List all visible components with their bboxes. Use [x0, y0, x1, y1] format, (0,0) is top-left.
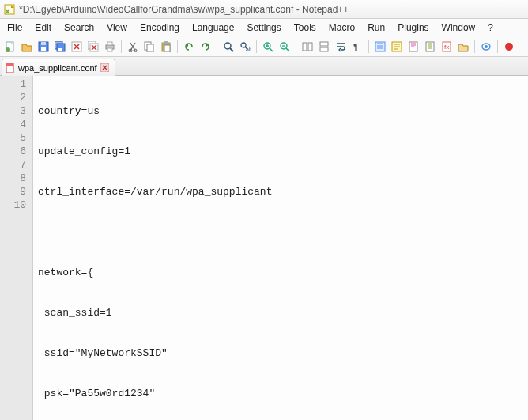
menu-file-label: ile: [13, 22, 22, 33]
tab-label: wpa_supplicant.conf: [18, 63, 97, 73]
toolbar-sep: [474, 40, 475, 53]
doc-map-icon[interactable]: [406, 40, 421, 54]
folder-workspace-icon[interactable]: [456, 40, 470, 54]
menu-macro[interactable]: Macro: [323, 21, 360, 35]
sync-h-icon[interactable]: [317, 40, 331, 54]
undo-icon[interactable]: [182, 40, 196, 54]
code-line: scan_ssid=1: [38, 306, 528, 320]
zoom-in-icon[interactable]: [261, 40, 275, 54]
toolbar-sep: [296, 40, 296, 53]
svg-rect-29: [320, 42, 328, 46]
svg-point-22: [224, 43, 231, 49]
code-area[interactable]: country=us update_config=1 ctrl_interfac…: [33, 76, 528, 420]
save-icon[interactable]: [36, 40, 51, 54]
svg-rect-21: [164, 45, 170, 52]
toolbar-sep: [121, 40, 122, 53]
menu-tools[interactable]: Tools: [289, 21, 322, 35]
code-line: country=us: [38, 104, 528, 118]
line-number: 4: [0, 118, 26, 131]
function-list-icon[interactable]: fx: [439, 40, 454, 54]
redo-icon[interactable]: [198, 40, 213, 54]
svg-rect-27: [303, 43, 307, 51]
udl-icon[interactable]: [390, 40, 404, 54]
svg-rect-42: [6, 63, 13, 66]
wrap-icon[interactable]: [334, 40, 348, 54]
menu-search[interactable]: Search: [58, 21, 100, 35]
code-line: update_config=1: [38, 145, 528, 158]
tab-wpa-supplicant[interactable]: wpa_supplicant.conf: [2, 59, 115, 76]
toolbar: ab ¶ fx: [0, 36, 528, 57]
sync-v-icon[interactable]: [300, 40, 315, 54]
svg-text:¶: ¶: [353, 42, 358, 51]
code-line: ssid="MyNetworkSSID": [38, 346, 528, 360]
toolbar-sep: [368, 40, 369, 53]
svg-rect-30: [320, 47, 328, 51]
doc-list-icon[interactable]: [423, 40, 437, 54]
menu-help[interactable]: ?: [482, 21, 499, 35]
line-number: 5: [0, 131, 26, 145]
monitor-icon[interactable]: [479, 40, 493, 54]
copy-icon[interactable]: [142, 40, 157, 54]
title-bar: *D:\Egyeb\Arduino\VideoCallforGrandma\sw…: [0, 0, 528, 19]
toolbar-sep: [217, 40, 217, 53]
toolbar-sep: [497, 40, 498, 53]
line-number: 10: [0, 199, 26, 212]
svg-rect-28: [308, 43, 312, 51]
line-number: 3: [0, 104, 26, 118]
replace-icon[interactable]: ab: [238, 40, 252, 54]
cut-icon[interactable]: [126, 40, 140, 54]
svg-rect-8: [58, 48, 62, 51]
svg-rect-18: [147, 44, 153, 52]
close-all-icon[interactable]: [86, 40, 100, 54]
code-line: psk="Pa55w0rd1234": [38, 387, 528, 400]
menu-plugins[interactable]: Plugins: [392, 21, 434, 35]
code-line: ctrl_interface=/var/run/wpa_supplicant: [38, 185, 528, 199]
svg-rect-14: [107, 48, 112, 51]
file-modified-icon: [6, 63, 15, 73]
svg-text:ab: ab: [246, 47, 251, 52]
indent-guide-icon[interactable]: [373, 40, 387, 54]
menu-bar: File Edit Search View Encoding Language …: [0, 19, 528, 36]
svg-point-39: [485, 45, 488, 48]
menu-language[interactable]: Language: [187, 21, 239, 35]
svg-rect-20: [164, 41, 168, 44]
print-icon[interactable]: [103, 40, 117, 54]
close-file-icon[interactable]: [70, 40, 84, 54]
line-number: 7: [0, 158, 26, 172]
code-line: network={: [38, 266, 528, 279]
line-number-gutter: 1 2 3 4 5 6 7 8 9 10: [0, 76, 33, 420]
tab-bar: wpa_supplicant.conf: [0, 57, 528, 76]
open-file-icon[interactable]: [20, 40, 34, 54]
toolbar-sep: [256, 40, 257, 53]
tab-close-icon[interactable]: [100, 63, 110, 73]
find-icon[interactable]: [221, 40, 236, 54]
menu-encoding[interactable]: Encoding: [134, 21, 185, 35]
line-number: 8: [0, 172, 26, 185]
editor-area: 1 2 3 4 5 6 7 8 9 10 country=us update_c…: [0, 76, 528, 420]
paste-icon[interactable]: [159, 40, 173, 54]
svg-rect-0: [5, 5, 14, 14]
svg-point-2: [6, 47, 10, 52]
svg-rect-4: [41, 47, 46, 51]
menu-settings[interactable]: Settings: [241, 21, 286, 35]
line-number: 9: [0, 185, 26, 199]
menu-run[interactable]: Run: [362, 21, 390, 35]
toolbar-sep: [177, 40, 178, 53]
menu-view[interactable]: View: [101, 21, 133, 35]
menu-edit[interactable]: Edit: [29, 21, 57, 35]
menu-file[interactable]: File: [2, 21, 28, 35]
svg-rect-13: [107, 42, 112, 45]
menu-window[interactable]: Window: [436, 21, 481, 35]
record-macro-icon[interactable]: [502, 40, 516, 54]
zoom-out-icon[interactable]: [277, 40, 292, 54]
new-file-icon[interactable]: [3, 40, 17, 54]
svg-text:fx: fx: [444, 44, 449, 51]
line-number: 1: [0, 78, 26, 91]
code-line: [38, 225, 528, 239]
svg-point-40: [505, 43, 513, 51]
show-all-chars-icon[interactable]: ¶: [350, 40, 364, 54]
save-all-icon[interactable]: [53, 40, 67, 54]
line-number: 6: [0, 145, 26, 158]
line-number: 2: [0, 91, 26, 104]
svg-rect-5: [41, 42, 46, 45]
